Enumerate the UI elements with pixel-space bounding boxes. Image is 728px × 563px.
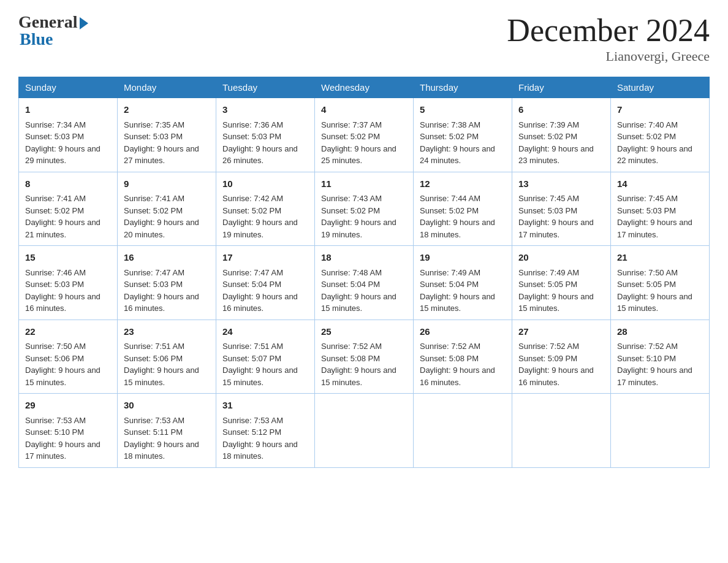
day-cell-31: 31Sunrise: 7:53 AMSunset: 5:12 PMDayligh… [216,394,315,468]
day-cell-9: 9Sunrise: 7:41 AMSunset: 5:02 PMDaylight… [118,172,216,246]
day-number: 30 [124,399,210,413]
day-number: 18 [321,251,407,265]
day-number: 7 [617,103,703,117]
empty-cell [512,394,611,468]
day-cell-15: 15Sunrise: 7:46 AMSunset: 5:03 PMDayligh… [19,246,118,320]
day-number: 17 [222,251,308,265]
month-title: December 2024 [507,12,710,48]
day-number: 31 [222,399,308,413]
day-number: 12 [420,177,506,191]
header-sunday: Sunday [19,77,118,98]
day-cell-29: 29Sunrise: 7:53 AMSunset: 5:10 PMDayligh… [19,394,118,468]
day-cell-30: 30Sunrise: 7:53 AMSunset: 5:11 PMDayligh… [118,394,216,468]
title-block: December 2024 Lianovergi, Greece [507,12,710,64]
week-row-3: 15Sunrise: 7:46 AMSunset: 5:03 PMDayligh… [19,246,710,320]
week-row-5: 29Sunrise: 7:53 AMSunset: 5:10 PMDayligh… [19,394,710,468]
day-cell-5: 5Sunrise: 7:38 AMSunset: 5:02 PMDaylight… [414,98,512,172]
logo: General Blue [18,12,88,49]
day-number: 27 [518,325,604,339]
day-cell-2: 2Sunrise: 7:35 AMSunset: 5:03 PMDaylight… [118,98,216,172]
day-number: 29 [25,399,111,413]
day-cell-22: 22Sunrise: 7:50 AMSunset: 5:06 PMDayligh… [19,320,118,394]
header-saturday: Saturday [611,77,710,98]
day-cell-10: 10Sunrise: 7:42 AMSunset: 5:02 PMDayligh… [216,172,315,246]
day-number: 10 [222,177,308,191]
day-cell-4: 4Sunrise: 7:37 AMSunset: 5:02 PMDaylight… [315,98,414,172]
day-cell-28: 28Sunrise: 7:52 AMSunset: 5:10 PMDayligh… [611,320,710,394]
day-number: 24 [222,325,308,339]
empty-cell [611,394,710,468]
day-cell-7: 7Sunrise: 7:40 AMSunset: 5:02 PMDaylight… [611,98,710,172]
day-cell-25: 25Sunrise: 7:52 AMSunset: 5:08 PMDayligh… [315,320,414,394]
day-cell-11: 11Sunrise: 7:43 AMSunset: 5:02 PMDayligh… [315,172,414,246]
day-number: 1 [25,103,111,117]
header-wednesday: Wednesday [315,77,414,98]
day-number: 5 [420,103,506,117]
day-number: 13 [518,177,604,191]
day-cell-17: 17Sunrise: 7:47 AMSunset: 5:04 PMDayligh… [216,246,315,320]
day-number: 22 [25,325,111,339]
day-cell-13: 13Sunrise: 7:45 AMSunset: 5:03 PMDayligh… [512,172,611,246]
day-cell-20: 20Sunrise: 7:49 AMSunset: 5:05 PMDayligh… [512,246,611,320]
day-cell-23: 23Sunrise: 7:51 AMSunset: 5:06 PMDayligh… [118,320,216,394]
day-number: 19 [420,251,506,265]
header-friday: Friday [512,77,611,98]
day-number: 4 [321,103,407,117]
week-row-1: 1Sunrise: 7:34 AMSunset: 5:03 PMDaylight… [19,98,710,172]
day-number: 2 [124,103,210,117]
day-number: 26 [420,325,506,339]
calendar-table: SundayMondayTuesdayWednesdayThursdayFrid… [18,77,710,468]
day-cell-16: 16Sunrise: 7:47 AMSunset: 5:03 PMDayligh… [118,246,216,320]
header-tuesday: Tuesday [216,77,315,98]
week-row-4: 22Sunrise: 7:50 AMSunset: 5:06 PMDayligh… [19,320,710,394]
day-number: 15 [25,251,111,265]
day-cell-6: 6Sunrise: 7:39 AMSunset: 5:02 PMDaylight… [512,98,611,172]
day-number: 8 [25,177,111,191]
day-number: 3 [222,103,308,117]
day-cell-21: 21Sunrise: 7:50 AMSunset: 5:05 PMDayligh… [611,246,710,320]
day-number: 25 [321,325,407,339]
header-thursday: Thursday [414,77,512,98]
page-header: General Blue December 2024 Lianovergi, G… [18,12,710,64]
day-cell-1: 1Sunrise: 7:34 AMSunset: 5:03 PMDaylight… [19,98,118,172]
week-row-2: 8Sunrise: 7:41 AMSunset: 5:02 PMDaylight… [19,172,710,246]
day-cell-18: 18Sunrise: 7:48 AMSunset: 5:04 PMDayligh… [315,246,414,320]
calendar-header-row: SundayMondayTuesdayWednesdayThursdayFrid… [19,77,710,98]
day-cell-12: 12Sunrise: 7:44 AMSunset: 5:02 PMDayligh… [414,172,512,246]
day-number: 14 [617,177,703,191]
day-number: 21 [617,251,703,265]
day-cell-8: 8Sunrise: 7:41 AMSunset: 5:02 PMDaylight… [19,172,118,246]
empty-cell [414,394,512,468]
logo-arrow-icon [80,17,88,29]
day-cell-26: 26Sunrise: 7:52 AMSunset: 5:08 PMDayligh… [414,320,512,394]
day-number: 6 [518,103,604,117]
day-number: 20 [518,251,604,265]
header-monday: Monday [118,77,216,98]
logo-blue-text: Blue [18,29,53,49]
day-number: 23 [124,325,210,339]
day-cell-19: 19Sunrise: 7:49 AMSunset: 5:04 PMDayligh… [414,246,512,320]
day-number: 9 [124,177,210,191]
day-number: 16 [124,251,210,265]
day-cell-27: 27Sunrise: 7:52 AMSunset: 5:09 PMDayligh… [512,320,611,394]
day-cell-24: 24Sunrise: 7:51 AMSunset: 5:07 PMDayligh… [216,320,315,394]
location-text: Lianovergi, Greece [507,48,710,64]
day-number: 11 [321,177,407,191]
day-number: 28 [617,325,703,339]
day-cell-14: 14Sunrise: 7:45 AMSunset: 5:03 PMDayligh… [611,172,710,246]
day-cell-3: 3Sunrise: 7:36 AMSunset: 5:03 PMDaylight… [216,98,315,172]
empty-cell [315,394,414,468]
